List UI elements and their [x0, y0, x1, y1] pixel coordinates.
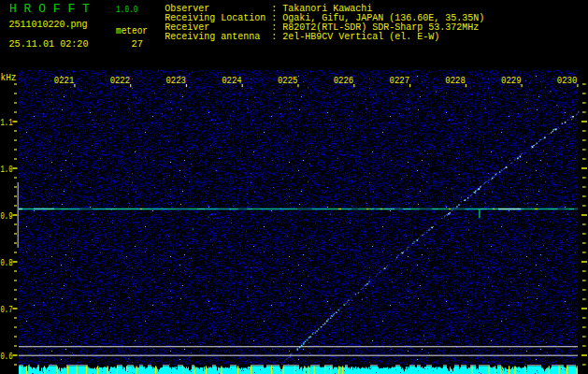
svg-text:0226: 0226 [334, 76, 354, 86]
svg-text:0.6: 0.6 [1, 351, 13, 362]
svg-text:1.1: 1.1 [1, 117, 13, 128]
svg-text:25.11.01 02:20: 25.11.01 02:20 [9, 39, 89, 50]
svg-text:0.8: 0.8 [1, 257, 13, 268]
svg-text:0222: 0222 [110, 76, 131, 86]
svg-text:1.0.0: 1.0.0 [116, 4, 138, 15]
svg-text:27: 27 [132, 39, 144, 50]
svg-text:0223: 0223 [165, 76, 186, 86]
svg-text:0221: 0221 [54, 76, 75, 86]
svg-text:0227: 0227 [390, 76, 410, 86]
svg-text:Receiving antenna : 2el-HB9CV: Receiving antenna : 2el-HB9CV Vertical (… [165, 32, 439, 42]
svg-text:H R O F F T: H R O F F T [9, 2, 90, 16]
svg-text:0224: 0224 [222, 76, 242, 86]
svg-text:0228: 0228 [445, 76, 466, 86]
svg-text:0229: 0229 [501, 76, 522, 86]
svg-text:0230: 0230 [557, 76, 578, 86]
svg-text:0225: 0225 [278, 76, 298, 86]
svg-text:meteor: meteor [116, 26, 148, 36]
svg-text:kHz: kHz [1, 73, 17, 83]
svg-text:1.0: 1.0 [1, 164, 13, 175]
svg-text:0.9: 0.9 [1, 210, 13, 222]
svg-text:2511010220.png: 2511010220.png [9, 20, 88, 30]
svg-text:0.7: 0.7 [1, 304, 13, 315]
